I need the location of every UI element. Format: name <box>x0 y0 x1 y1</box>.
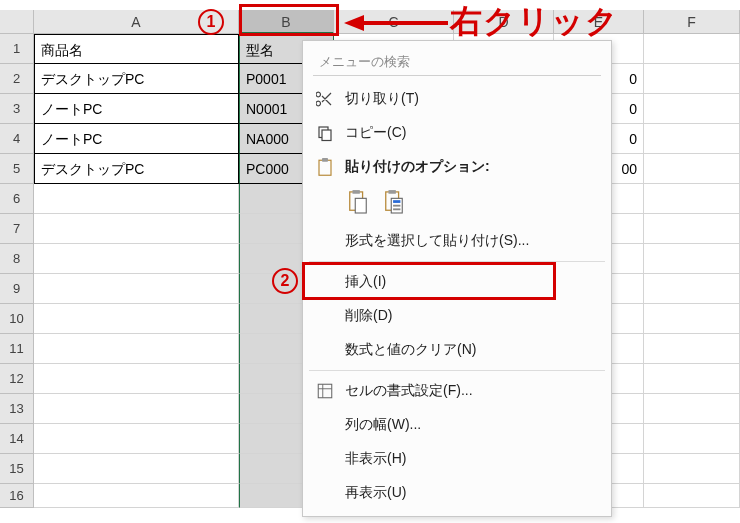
row-header-4[interactable]: 4 <box>0 124 34 154</box>
row-header-11[interactable]: 11 <box>0 334 34 364</box>
cell-a5[interactable]: デスクトップPC <box>34 154 239 184</box>
cell-a11[interactable] <box>34 334 239 364</box>
cell-a10[interactable] <box>34 304 239 334</box>
cell-f5[interactable] <box>644 154 740 184</box>
paste-default-icon[interactable] <box>345 188 371 216</box>
cell-f8[interactable] <box>644 244 740 274</box>
cell-a12[interactable] <box>34 364 239 394</box>
menu-paste-options-header: 貼り付けのオプション: <box>303 150 611 184</box>
row-header-9[interactable]: 9 <box>0 274 34 304</box>
menu-search[interactable]: メニューの検索 <box>313 49 601 76</box>
cell-f15[interactable] <box>644 454 740 484</box>
cell-f16[interactable] <box>644 484 740 508</box>
row-header-1[interactable]: 1 <box>0 34 34 64</box>
cell-f2[interactable] <box>644 64 740 94</box>
menu-paste-options-label: 貼り付けのオプション: <box>345 158 490 176</box>
cell-a14[interactable] <box>34 424 239 454</box>
paste-options-row <box>303 184 611 224</box>
menu-delete-label: 削除(D) <box>345 307 392 325</box>
row-header-2[interactable]: 2 <box>0 64 34 94</box>
menu-copy[interactable]: コピー(C) <box>303 116 611 150</box>
cell-f13[interactable] <box>644 394 740 424</box>
cell-f9[interactable] <box>644 274 740 304</box>
blank-icon <box>313 415 337 435</box>
menu-cut[interactable]: 切り取り(T) <box>303 82 611 116</box>
svg-rect-13 <box>318 384 332 398</box>
row-header-10[interactable]: 10 <box>0 304 34 334</box>
svg-rect-8 <box>389 190 396 194</box>
menu-hide[interactable]: 非表示(H) <box>303 442 611 476</box>
menu-unhide-label: 再表示(U) <box>345 484 406 502</box>
row-header-8[interactable]: 8 <box>0 244 34 274</box>
menu-delete[interactable]: 削除(D) <box>303 299 611 333</box>
menu-column-width[interactable]: 列の幅(W)... <box>303 408 611 442</box>
menu-separator-1 <box>309 261 605 262</box>
cell-f3[interactable] <box>644 94 740 124</box>
blank-icon <box>313 449 337 469</box>
cell-f10[interactable] <box>644 304 740 334</box>
row-header-6[interactable]: 6 <box>0 184 34 214</box>
format-cells-icon <box>313 381 337 401</box>
svg-rect-3 <box>322 158 328 162</box>
row-header-16[interactable]: 16 <box>0 484 34 508</box>
menu-paste-special-label: 形式を選択して貼り付け(S)... <box>345 232 529 250</box>
menu-clear-contents-label: 数式と値のクリア(N) <box>345 341 476 359</box>
row-header-12[interactable]: 12 <box>0 364 34 394</box>
menu-column-width-label: 列の幅(W)... <box>345 416 421 434</box>
row-header-14[interactable]: 14 <box>0 424 34 454</box>
menu-insert-label: 挿入(I) <box>345 273 386 291</box>
column-header-row: A B C D E F G <box>0 10 740 34</box>
row-header-5[interactable]: 5 <box>0 154 34 184</box>
cell-f7[interactable] <box>644 214 740 244</box>
menu-paste-special[interactable]: 形式を選択して貼り付け(S)... <box>303 224 611 258</box>
cell-f11[interactable] <box>644 334 740 364</box>
blank-icon <box>313 231 337 251</box>
menu-clear-contents[interactable]: 数式と値のクリア(N) <box>303 333 611 367</box>
svg-rect-11 <box>393 205 400 207</box>
menu-insert[interactable]: 挿入(I) <box>303 265 611 299</box>
context-menu: メニューの検索 切り取り(T) コピー(C) 貼り付けのオプション: 形式を選択… <box>302 40 612 517</box>
cell-a3[interactable]: ノートPC <box>34 94 239 124</box>
blank-icon <box>313 340 337 360</box>
col-header-e[interactable]: E <box>554 10 644 34</box>
menu-format-cells-label: セルの書式設定(F)... <box>345 382 473 400</box>
cell-a6[interactable] <box>34 184 239 214</box>
svg-rect-2 <box>319 160 331 175</box>
row-header-3[interactable]: 3 <box>0 94 34 124</box>
col-header-a[interactable]: A <box>34 10 239 34</box>
svg-rect-5 <box>353 190 360 194</box>
cell-f4[interactable] <box>644 124 740 154</box>
svg-rect-10 <box>393 200 400 203</box>
col-header-d[interactable]: D <box>454 10 554 34</box>
menu-format-cells[interactable]: セルの書式設定(F)... <box>303 374 611 408</box>
cell-a2[interactable]: デスクトップPC <box>34 64 239 94</box>
cell-a13[interactable] <box>34 394 239 424</box>
menu-unhide[interactable]: 再表示(U) <box>303 476 611 510</box>
scissors-icon <box>313 89 337 109</box>
menu-hide-label: 非表示(H) <box>345 450 406 468</box>
cell-a16[interactable] <box>34 484 239 508</box>
cell-a8[interactable] <box>34 244 239 274</box>
col-header-f[interactable]: F <box>644 10 740 34</box>
row-header-15[interactable]: 15 <box>0 454 34 484</box>
cell-a1[interactable]: 商品名 <box>34 34 239 64</box>
cell-f1[interactable] <box>644 34 740 64</box>
copy-icon <box>313 123 337 143</box>
cell-a7[interactable] <box>34 214 239 244</box>
row-header-7[interactable]: 7 <box>0 214 34 244</box>
svg-rect-1 <box>322 130 331 141</box>
svg-rect-6 <box>355 198 366 213</box>
cell-f14[interactable] <box>644 424 740 454</box>
col-header-b[interactable]: B <box>239 10 334 34</box>
col-header-c[interactable]: C <box>334 10 454 34</box>
menu-separator-2 <box>309 370 605 371</box>
paste-keep-source-icon[interactable] <box>381 188 407 216</box>
blank-icon <box>313 483 337 503</box>
cell-f6[interactable] <box>644 184 740 214</box>
cell-f12[interactable] <box>644 364 740 394</box>
cell-a4[interactable]: ノートPC <box>34 124 239 154</box>
cell-a15[interactable] <box>34 454 239 484</box>
row-header-13[interactable]: 13 <box>0 394 34 424</box>
select-all-corner[interactable] <box>0 10 34 34</box>
cell-a9[interactable] <box>34 274 239 304</box>
